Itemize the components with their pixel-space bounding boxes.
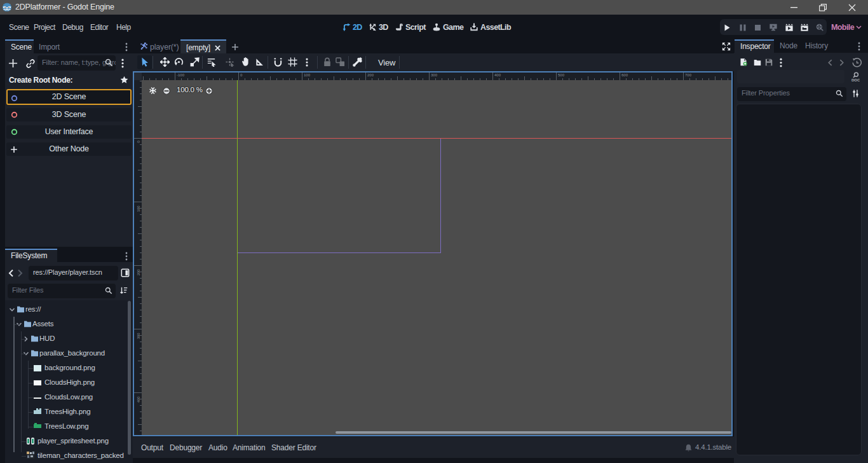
svg-text:DOC: DOC: [851, 78, 860, 82]
